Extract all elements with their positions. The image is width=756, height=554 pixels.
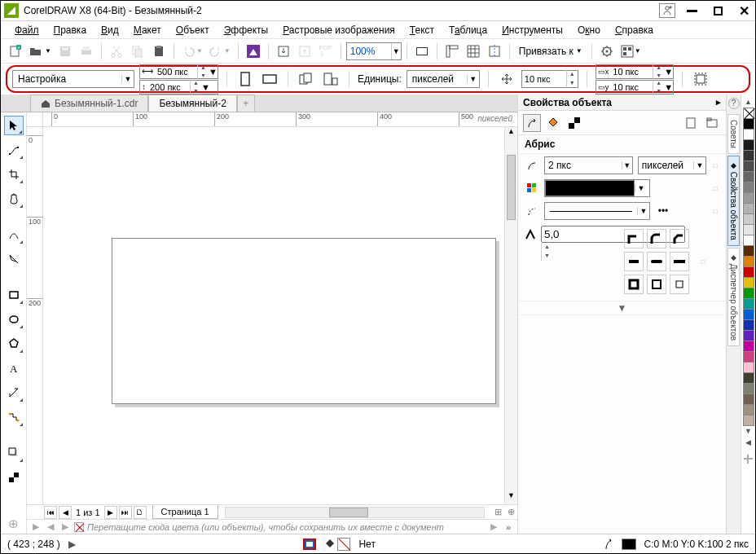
polygon-tool[interactable]	[4, 334, 24, 354]
zoom-nav-button[interactable]: ⊕	[504, 507, 517, 517]
transparency-tool[interactable]	[4, 468, 24, 487]
palette-swatch[interactable]	[743, 277, 754, 288]
corner-miter[interactable]	[624, 229, 644, 248]
menu-view[interactable]: Вид	[94, 22, 126, 38]
docker-menu-icon[interactable]: ▸	[716, 97, 721, 108]
pan-tool[interactable]	[4, 189, 24, 209]
palette-swatch[interactable]	[743, 415, 754, 426]
palette-swatch[interactable]	[743, 171, 754, 182]
rectangle-tool[interactable]	[4, 285, 24, 305]
outline-color-combo[interactable]: ▼	[544, 179, 650, 197]
all-pages-button[interactable]	[297, 69, 316, 89]
menu-window[interactable]: Окно	[570, 22, 608, 38]
landscape-button[interactable]	[260, 69, 279, 89]
pos-outside[interactable]	[624, 275, 644, 294]
palette-swatch[interactable]	[743, 309, 754, 320]
horizontal-scrollbar[interactable]	[225, 507, 485, 518]
menu-text[interactable]: Текст	[402, 22, 442, 38]
quick-customize[interactable]: ⊕	[4, 514, 24, 534]
dup-x-input[interactable]: ▭x▲▼▼	[596, 64, 674, 79]
sidetab-hints[interactable]: Советы	[727, 114, 740, 154]
doc-tab-2[interactable]: Безымянный-2	[148, 95, 236, 112]
app-launcher-button[interactable]: ▼	[618, 42, 644, 61]
text-tool[interactable]: A	[4, 358, 24, 378]
menu-bitmaps[interactable]: Растровые изображения	[275, 22, 402, 38]
pick-tool[interactable]	[4, 116, 24, 135]
fill-tab-icon[interactable]	[544, 114, 562, 132]
linecap-butt[interactable]	[624, 252, 644, 271]
next-page-button[interactable]: ▶	[104, 506, 117, 519]
menu-object[interactable]: Объект	[169, 22, 217, 38]
miter-limit-input[interactable]: ▲▼	[541, 226, 614, 244]
last-page-button[interactable]: ⏭	[119, 506, 132, 519]
palette-swatch[interactable]	[743, 224, 754, 235]
palette-swatch[interactable]	[743, 351, 754, 363]
palette-swatch[interactable]	[743, 118, 754, 130]
palette-swatch[interactable]	[743, 330, 754, 341]
treat-as-filled-button[interactable]	[691, 69, 710, 89]
palette-swatch[interactable]	[743, 362, 754, 373]
pos-inside[interactable]	[670, 275, 689, 294]
scroll-mode-icon[interactable]	[682, 114, 700, 132]
palette-swatch[interactable]	[743, 213, 754, 225]
sidetab-obj-manager[interactable]: ◆ Диспетчер объектов	[727, 248, 740, 346]
horizontal-ruler[interactable]: 0 100 200 300 400 500 пикселей	[27, 112, 517, 127]
maximize-button[interactable]	[708, 2, 727, 20]
palette-swatch[interactable]	[743, 404, 754, 416]
show-grid-button[interactable]	[464, 42, 483, 61]
palette-swatch[interactable]	[743, 160, 754, 172]
vertical-ruler[interactable]: 0 100 200	[27, 127, 43, 504]
page-preset-combo[interactable]: Настройка▼	[12, 70, 134, 88]
freehand-tool[interactable]	[4, 225, 24, 244]
palette-swatch[interactable]	[743, 383, 754, 394]
units-combo[interactable]: пикселей▼	[407, 70, 480, 88]
palette-scroll-up[interactable]: ▲	[745, 96, 752, 108]
pos-center[interactable]	[647, 275, 666, 294]
artistic-media-tool[interactable]	[4, 249, 24, 269]
import-button[interactable]	[274, 42, 293, 61]
options-button[interactable]	[597, 42, 617, 61]
page-tab-1[interactable]: Страница 1	[152, 505, 218, 519]
show-rulers-button[interactable]	[442, 42, 462, 61]
linecap-round[interactable]	[647, 252, 666, 271]
help-button[interactable]: ?	[728, 98, 740, 109]
page-width-input[interactable]: ⟷▲▼▼	[139, 64, 218, 79]
ellipse-tool[interactable]	[4, 310, 24, 329]
connector-tool[interactable]	[4, 407, 24, 427]
outline-tab-icon[interactable]	[523, 114, 541, 132]
palette-swatch[interactable]	[743, 245, 754, 257]
crop-tool[interactable]	[4, 165, 24, 184]
add-page-button[interactable]: 🗋	[134, 506, 147, 519]
minimize-button[interactable]	[682, 2, 701, 20]
tab-mode-icon[interactable]	[703, 114, 721, 132]
transparency-tab-icon[interactable]	[565, 114, 583, 132]
outline-style-combo[interactable]: ▼	[544, 202, 650, 220]
palette-swatch[interactable]	[743, 341, 754, 352]
palette-swatch[interactable]	[743, 129, 754, 140]
paste-button[interactable]	[149, 42, 169, 61]
palette-swatch[interactable]	[743, 266, 754, 278]
palette-swatch[interactable]	[743, 182, 754, 193]
copy-button[interactable]	[128, 42, 147, 61]
document-palette-hint[interactable]: ▶◀▶ Перетащите сюда цвета (или объекты),…	[27, 519, 517, 534]
palette-swatch[interactable]	[743, 298, 754, 310]
palette-flyout[interactable]: ◀	[745, 437, 751, 448]
print-button[interactable]	[77, 42, 96, 61]
fullscreen-button[interactable]	[412, 42, 432, 61]
linecap-square[interactable]	[670, 252, 689, 271]
new-button[interactable]: +	[6, 42, 25, 61]
page-height-input[interactable]: ↕▲▼▼	[139, 80, 218, 95]
account-icon[interactable]	[659, 3, 675, 18]
shape-tool[interactable]	[4, 140, 24, 160]
redo-button[interactable]: ▼	[207, 42, 233, 61]
palette-swatch[interactable]	[743, 203, 754, 214]
palette-add[interactable]	[742, 453, 754, 465]
dash-settings-button[interactable]: •••	[655, 205, 671, 217]
doc-tab-1[interactable]: Безымянный-1.cdr	[30, 95, 148, 112]
prev-page-button[interactable]: ◀	[59, 506, 72, 519]
palette-swatch[interactable]	[743, 394, 754, 405]
palette-swatch[interactable]	[743, 192, 754, 204]
palette-scroll-down[interactable]: ▼	[745, 425, 752, 437]
search-content-button[interactable]	[244, 42, 263, 61]
menu-effects[interactable]: Эффекты	[217, 22, 276, 38]
